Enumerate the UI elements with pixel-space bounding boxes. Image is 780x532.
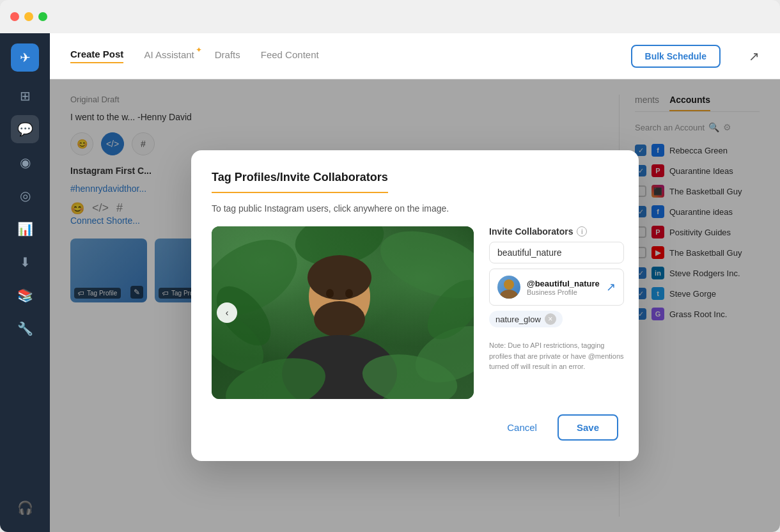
content-area: Create Post AI Assistant ✦ Drafts Feed C… xyxy=(50,33,780,532)
chip-remove-button[interactable]: × xyxy=(545,313,556,325)
sidebar: ✈ ⊞ 💬 ◉ ◎ 📊 ⬇ 📚 🔧 🎧 xyxy=(0,33,50,532)
save-button[interactable]: Save xyxy=(558,414,618,441)
tab-drafts[interactable]: Drafts xyxy=(215,49,240,63)
cancel-button[interactable]: Cancel xyxy=(494,414,550,441)
tag-chip: nature_glow × xyxy=(489,311,563,327)
bulk-schedule-button[interactable]: Bulk Schedule xyxy=(631,45,721,68)
top-nav: Create Post AI Assistant ✦ Drafts Feed C… xyxy=(50,33,780,79)
tab-feed-content[interactable]: Feed Content xyxy=(261,49,319,63)
modal-overlay: Tag Profiles/Invite Collaborators To tag… xyxy=(50,79,780,532)
sidebar-item-tools[interactable]: 🔧 xyxy=(11,315,39,343)
sidebar-item-chat[interactable]: 💬 xyxy=(11,115,39,143)
svg-point-9 xyxy=(345,289,353,298)
tab-create-post[interactable]: Create Post xyxy=(70,49,123,63)
suggestion-avatar xyxy=(497,276,520,299)
suggestion-item[interactable]: @beautiful_nature Business Profile ↗ xyxy=(489,269,624,306)
app-container: ✈ ⊞ 💬 ◉ ◎ 📊 ⬇ 📚 🔧 🎧 Create Post AI Assis… xyxy=(0,33,780,532)
sidebar-item-support[interactable]: 🎧 xyxy=(11,494,39,522)
minimize-button[interactable] xyxy=(24,12,33,21)
sidebar-item-grid[interactable]: ⊞ xyxy=(11,82,39,110)
info-icon[interactable]: i xyxy=(577,226,587,237)
svg-point-6 xyxy=(308,255,371,300)
tab-ai-assistant[interactable]: AI Assistant ✦ xyxy=(144,49,194,63)
modal-subtitle: To tag public Instagram users, click any… xyxy=(212,203,618,214)
svg-point-16 xyxy=(500,290,518,299)
modal-image[interactable]: ‹ xyxy=(212,226,474,399)
invite-section: Invite Collaborators i xyxy=(489,226,624,399)
modal-note: Note: Due to API restrictions, tagging p… xyxy=(489,340,624,372)
search-input-wrapper xyxy=(489,242,624,263)
modal-tag-profiles: Tag Profiles/Invite Collaborators To tag… xyxy=(191,150,639,461)
modal-footer: Cancel Save xyxy=(212,414,618,441)
svg-point-8 xyxy=(326,289,334,298)
close-button[interactable] xyxy=(10,12,19,21)
export-icon[interactable]: ↗ xyxy=(749,49,760,64)
collaborator-search-input[interactable] xyxy=(497,247,616,258)
sidebar-item-chart[interactable]: 📊 xyxy=(11,215,39,243)
person-in-leaves xyxy=(212,226,474,399)
main-content: Original Draft I went to the w... -Henny… xyxy=(50,79,780,532)
sidebar-item-download[interactable]: ⬇ xyxy=(11,248,39,276)
suggestion-type: Business Profile xyxy=(527,288,600,296)
external-link-icon[interactable]: ↗ xyxy=(606,280,616,294)
sidebar-item-target[interactable]: ◎ xyxy=(11,182,39,210)
svg-point-7 xyxy=(314,301,365,337)
sidebar-item-library[interactable]: 📚 xyxy=(11,281,39,309)
prev-button[interactable]: ‹ xyxy=(217,302,237,323)
maximize-button[interactable] xyxy=(38,12,47,21)
suggestion-handle: @beautiful_nature xyxy=(527,279,600,288)
traffic-lights xyxy=(10,12,47,21)
sidebar-item-nodes[interactable]: ◉ xyxy=(11,148,39,176)
modal-body: ‹ Invite Collaborators i xyxy=(212,226,618,399)
svg-point-15 xyxy=(504,279,514,290)
modal-title: Tag Profiles/Invite Collaborators xyxy=(212,171,388,193)
invite-title: Invite Collaborators i xyxy=(489,226,624,237)
suggestion-info: @beautiful_nature Business Profile xyxy=(527,279,600,296)
sidebar-item-brand[interactable]: ✈ xyxy=(11,43,39,72)
avatar-image xyxy=(497,276,520,299)
title-bar xyxy=(0,0,780,33)
sparkle-icon: ✦ xyxy=(196,45,202,54)
